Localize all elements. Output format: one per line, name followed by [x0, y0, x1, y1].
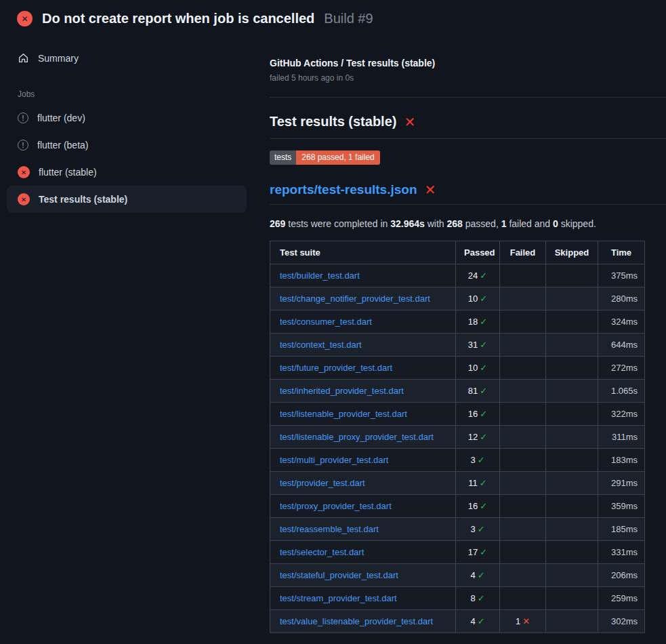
suite-link[interactable]: test/inherited_provider_test.dart	[280, 386, 404, 396]
time-value: 302ms	[598, 610, 645, 633]
skipped-value	[546, 564, 598, 587]
time-value: 259ms	[598, 587, 645, 610]
table-row: test/listenable_proxy_provider_test.dart…	[270, 426, 645, 449]
skipped-value	[546, 264, 598, 287]
time-value: 644ms	[598, 334, 645, 357]
check-icon: ✓	[478, 616, 485, 626]
sidebar-item-summary[interactable]: Summary	[7, 46, 247, 70]
skipped-value	[546, 610, 598, 633]
passed-value: 10	[468, 294, 478, 304]
failed-x-icon: ✕	[404, 115, 415, 129]
table-row: test/listenable_provider_test.dart 16✓ 3…	[270, 403, 645, 426]
suite-link[interactable]: test/stateful_provider_test.dart	[280, 570, 398, 580]
passed-value: 31	[468, 340, 478, 350]
skipped-value	[546, 472, 598, 495]
check-icon: ✓	[480, 294, 487, 304]
time-value: 322ms	[598, 403, 645, 426]
suite-link[interactable]: test/provider_test.dart	[280, 478, 365, 488]
check-icon: ✓	[478, 593, 485, 603]
skipped-value	[546, 380, 598, 403]
failed-icon: ✕	[18, 166, 30, 178]
suite-link[interactable]: test/proxy_provider_test.dart	[280, 501, 392, 511]
table-row: test/multi_provider_test.dart 3✓ 183ms	[270, 449, 645, 472]
passed-count: 268	[447, 218, 463, 229]
sidebar-job-label: Test results (stable)	[39, 194, 127, 205]
suite-link[interactable]: test/listenable_proxy_provider_test.dart	[280, 432, 434, 442]
skipped-value	[546, 495, 598, 518]
divider	[270, 97, 666, 98]
passed-value: 81	[468, 386, 478, 396]
report-file-heading: reports/test-results.json ✕	[270, 182, 666, 205]
failed-count: 1	[501, 218, 507, 229]
sidebar-jobs: ! flutter (dev) ! flutter (beta) ✕ flutt…	[0, 104, 253, 213]
skipped-value	[546, 426, 598, 449]
suite-link[interactable]: test/multi_provider_test.dart	[280, 455, 388, 465]
sidebar-job-item[interactable]: ! flutter (beta)	[7, 132, 247, 159]
time-value: 183ms	[598, 449, 645, 472]
sidebar-job-item[interactable]: ✕ Test results (stable)	[7, 186, 247, 213]
check-run-title: Test results (stable) ✕	[270, 114, 666, 139]
time-value: 272ms	[598, 357, 645, 380]
tests-badge: tests 268 passed, 1 failed	[270, 150, 380, 165]
suite-link[interactable]: test/value_listenable_provider_test.dart	[280, 616, 433, 626]
passed-value: 4	[470, 570, 475, 580]
report-file-link[interactable]: reports/test-results.json	[270, 182, 417, 197]
time-value: 375ms	[598, 264, 645, 287]
passed-value: 16	[468, 409, 478, 419]
table-row: test/builder_test.dart 24✓ 375ms	[270, 264, 645, 287]
passed-value: 8	[470, 593, 475, 603]
table-row: test/change_notifier_provider_test.dart …	[270, 287, 645, 310]
suite-link[interactable]: test/listenable_provider_test.dart	[280, 409, 407, 419]
sidebar-job-label: flutter (beta)	[37, 140, 88, 150]
sidebar-job-item[interactable]: ! flutter (dev)	[7, 104, 247, 132]
passed-value: 16	[468, 501, 478, 511]
failed-icon: ✕	[18, 193, 30, 205]
suite-link[interactable]: test/reassemble_test.dart	[280, 524, 379, 534]
suite-link[interactable]: test/selector_test.dart	[280, 547, 364, 557]
sidebar-item-label: Summary	[38, 53, 79, 64]
table-row: test/context_test.dart 31✓ 644ms	[270, 334, 645, 357]
jobs-section-label: Jobs	[18, 89, 253, 99]
page-header: ✕ Do not create report when job is cance…	[0, 0, 666, 35]
sidebar-job-item[interactable]: ✕ flutter (stable)	[7, 159, 247, 186]
passed-value: 18	[468, 317, 478, 327]
suite-link[interactable]: test/context_test.dart	[280, 340, 362, 350]
suite-link[interactable]: test/future_provider_test.dart	[280, 363, 392, 373]
suite-link[interactable]: test/stream_provider_test.dart	[280, 593, 397, 603]
duration: 32.964s	[390, 218, 425, 229]
failed-icon: ✕	[17, 11, 33, 26]
test-results-table: Test suite Passed Failed Skipped Time te…	[270, 241, 645, 633]
time-value: 1.065s	[598, 380, 645, 403]
passed-value: 4	[470, 616, 475, 626]
passed-value: 3	[470, 455, 475, 465]
table-row: test/consumer_test.dart 18✓ 324ms	[270, 310, 645, 334]
build-number: Build #9	[324, 11, 373, 26]
check-icon: ✓	[478, 570, 485, 580]
column-header-skipped: Skipped	[546, 241, 598, 264]
time-value: 324ms	[598, 310, 645, 334]
passed-value: 17	[468, 547, 478, 557]
neutral-icon: !	[18, 113, 28, 123]
check-icon: ✓	[480, 386, 487, 396]
failed-x-icon: ✕	[425, 183, 436, 197]
skipped-value	[546, 541, 598, 564]
passed-value: 11	[468, 478, 478, 488]
table-row: test/stream_provider_test.dart 8✓ 259ms	[270, 587, 645, 610]
table-row: test/proxy_provider_test.dart 16✓ 359ms	[270, 495, 645, 518]
skipped-value	[546, 310, 598, 334]
table-row: test/future_provider_test.dart 10✓ 272ms	[270, 357, 645, 380]
check-icon: ✓	[478, 524, 485, 534]
time-value: 185ms	[598, 518, 645, 541]
check-icon: ✓	[480, 409, 487, 419]
column-header-time: Time	[598, 241, 645, 264]
passed-value: 12	[468, 432, 478, 442]
table-row: test/provider_test.dart 11✓ 291ms	[270, 472, 645, 495]
suite-link[interactable]: test/change_notifier_provider_test.dart	[280, 294, 430, 304]
failed-value: 1	[516, 616, 520, 626]
suite-link[interactable]: test/consumer_test.dart	[280, 317, 372, 327]
check-icon: ✓	[480, 270, 487, 281]
time-value: 359ms	[598, 495, 645, 518]
check-icon: ✓	[480, 432, 487, 442]
skipped-count: 0	[553, 218, 558, 229]
suite-link[interactable]: test/builder_test.dart	[280, 270, 360, 281]
